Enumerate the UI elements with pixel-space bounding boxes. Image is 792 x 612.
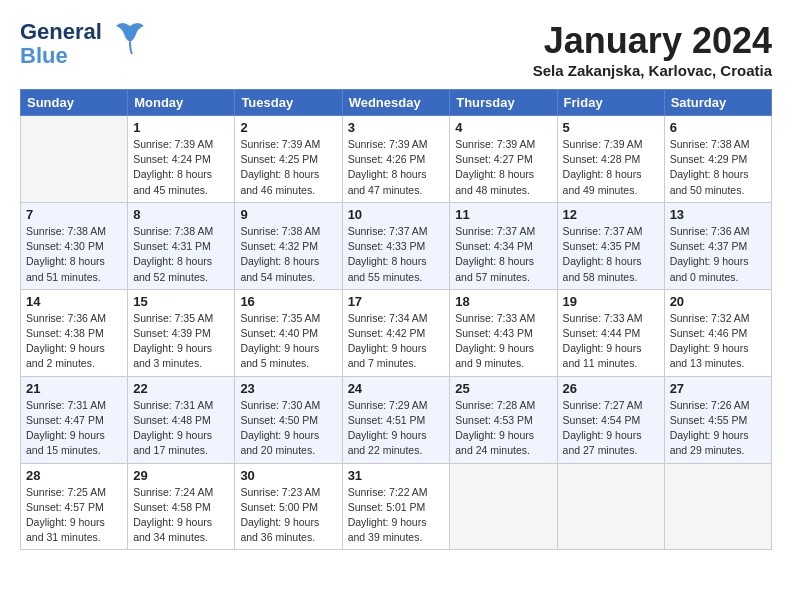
calendar-week-row: 21Sunrise: 7:31 AMSunset: 4:47 PMDayligh…: [21, 376, 772, 463]
calendar-day-cell: 10Sunrise: 7:37 AMSunset: 4:33 PMDayligh…: [342, 202, 450, 289]
calendar-week-row: 1Sunrise: 7:39 AMSunset: 4:24 PMDaylight…: [21, 116, 772, 203]
day-number: 9: [240, 207, 336, 222]
calendar-day-cell: 20Sunrise: 7:32 AMSunset: 4:46 PMDayligh…: [664, 289, 771, 376]
calendar-week-row: 28Sunrise: 7:25 AMSunset: 4:57 PMDayligh…: [21, 463, 772, 550]
weekday-header-friday: Friday: [557, 90, 664, 116]
calendar-day-cell: 2Sunrise: 7:39 AMSunset: 4:25 PMDaylight…: [235, 116, 342, 203]
day-info: Sunrise: 7:33 AMSunset: 4:43 PMDaylight:…: [455, 311, 551, 372]
calendar-day-cell: 30Sunrise: 7:23 AMSunset: 5:00 PMDayligh…: [235, 463, 342, 550]
calendar-day-cell: 8Sunrise: 7:38 AMSunset: 4:31 PMDaylight…: [128, 202, 235, 289]
day-number: 15: [133, 294, 229, 309]
page-header: General Blue January 2024 Sela Zakanjska…: [20, 20, 772, 79]
day-number: 1: [133, 120, 229, 135]
day-number: 11: [455, 207, 551, 222]
calendar-day-cell: [557, 463, 664, 550]
calendar-header-row: SundayMondayTuesdayWednesdayThursdayFrid…: [21, 90, 772, 116]
calendar-day-cell: 18Sunrise: 7:33 AMSunset: 4:43 PMDayligh…: [450, 289, 557, 376]
weekday-header-sunday: Sunday: [21, 90, 128, 116]
day-info: Sunrise: 7:24 AMSunset: 4:58 PMDaylight:…: [133, 485, 229, 546]
day-number: 26: [563, 381, 659, 396]
day-info: Sunrise: 7:38 AMSunset: 4:31 PMDaylight:…: [133, 224, 229, 285]
day-number: 29: [133, 468, 229, 483]
calendar-day-cell: 12Sunrise: 7:37 AMSunset: 4:35 PMDayligh…: [557, 202, 664, 289]
day-number: 10: [348, 207, 445, 222]
calendar-day-cell: 15Sunrise: 7:35 AMSunset: 4:39 PMDayligh…: [128, 289, 235, 376]
calendar-day-cell: 31Sunrise: 7:22 AMSunset: 5:01 PMDayligh…: [342, 463, 450, 550]
calendar-day-cell: 14Sunrise: 7:36 AMSunset: 4:38 PMDayligh…: [21, 289, 128, 376]
calendar-day-cell: 22Sunrise: 7:31 AMSunset: 4:48 PMDayligh…: [128, 376, 235, 463]
day-number: 28: [26, 468, 122, 483]
month-title: January 2024: [533, 20, 772, 62]
day-number: 31: [348, 468, 445, 483]
day-info: Sunrise: 7:33 AMSunset: 4:44 PMDaylight:…: [563, 311, 659, 372]
calendar-day-cell: 27Sunrise: 7:26 AMSunset: 4:55 PMDayligh…: [664, 376, 771, 463]
calendar-day-cell: 5Sunrise: 7:39 AMSunset: 4:28 PMDaylight…: [557, 116, 664, 203]
day-info: Sunrise: 7:39 AMSunset: 4:25 PMDaylight:…: [240, 137, 336, 198]
calendar-week-row: 7Sunrise: 7:38 AMSunset: 4:30 PMDaylight…: [21, 202, 772, 289]
day-info: Sunrise: 7:26 AMSunset: 4:55 PMDaylight:…: [670, 398, 766, 459]
day-info: Sunrise: 7:28 AMSunset: 4:53 PMDaylight:…: [455, 398, 551, 459]
day-info: Sunrise: 7:29 AMSunset: 4:51 PMDaylight:…: [348, 398, 445, 459]
weekday-header-thursday: Thursday: [450, 90, 557, 116]
calendar-day-cell: 28Sunrise: 7:25 AMSunset: 4:57 PMDayligh…: [21, 463, 128, 550]
calendar-body: 1Sunrise: 7:39 AMSunset: 4:24 PMDaylight…: [21, 116, 772, 550]
calendar-day-cell: 23Sunrise: 7:30 AMSunset: 4:50 PMDayligh…: [235, 376, 342, 463]
calendar-day-cell: [21, 116, 128, 203]
day-info: Sunrise: 7:36 AMSunset: 4:38 PMDaylight:…: [26, 311, 122, 372]
calendar-table: SundayMondayTuesdayWednesdayThursdayFrid…: [20, 89, 772, 550]
title-block: January 2024 Sela Zakanjska, Karlovac, C…: [533, 20, 772, 79]
day-number: 13: [670, 207, 766, 222]
day-info: Sunrise: 7:38 AMSunset: 4:32 PMDaylight:…: [240, 224, 336, 285]
calendar-day-cell: [450, 463, 557, 550]
calendar-day-cell: 9Sunrise: 7:38 AMSunset: 4:32 PMDaylight…: [235, 202, 342, 289]
day-number: 21: [26, 381, 122, 396]
calendar-day-cell: 29Sunrise: 7:24 AMSunset: 4:58 PMDayligh…: [128, 463, 235, 550]
day-number: 12: [563, 207, 659, 222]
logo: General Blue: [20, 20, 150, 68]
day-number: 20: [670, 294, 766, 309]
day-number: 2: [240, 120, 336, 135]
calendar-day-cell: 3Sunrise: 7:39 AMSunset: 4:26 PMDaylight…: [342, 116, 450, 203]
calendar-week-row: 14Sunrise: 7:36 AMSunset: 4:38 PMDayligh…: [21, 289, 772, 376]
day-number: 22: [133, 381, 229, 396]
weekday-header-monday: Monday: [128, 90, 235, 116]
day-info: Sunrise: 7:23 AMSunset: 5:00 PMDaylight:…: [240, 485, 336, 546]
calendar-day-cell: 11Sunrise: 7:37 AMSunset: 4:34 PMDayligh…: [450, 202, 557, 289]
day-number: 3: [348, 120, 445, 135]
logo-text-blue: Blue: [20, 44, 102, 68]
day-info: Sunrise: 7:39 AMSunset: 4:28 PMDaylight:…: [563, 137, 659, 198]
day-info: Sunrise: 7:38 AMSunset: 4:30 PMDaylight:…: [26, 224, 122, 285]
calendar-day-cell: 21Sunrise: 7:31 AMSunset: 4:47 PMDayligh…: [21, 376, 128, 463]
weekday-header-tuesday: Tuesday: [235, 90, 342, 116]
day-info: Sunrise: 7:37 AMSunset: 4:33 PMDaylight:…: [348, 224, 445, 285]
day-info: Sunrise: 7:27 AMSunset: 4:54 PMDaylight:…: [563, 398, 659, 459]
day-info: Sunrise: 7:30 AMSunset: 4:50 PMDaylight:…: [240, 398, 336, 459]
calendar-day-cell: 6Sunrise: 7:38 AMSunset: 4:29 PMDaylight…: [664, 116, 771, 203]
day-number: 27: [670, 381, 766, 396]
day-number: 23: [240, 381, 336, 396]
day-number: 17: [348, 294, 445, 309]
day-number: 19: [563, 294, 659, 309]
day-number: 8: [133, 207, 229, 222]
calendar-day-cell: [664, 463, 771, 550]
day-number: 25: [455, 381, 551, 396]
day-number: 30: [240, 468, 336, 483]
day-info: Sunrise: 7:35 AMSunset: 4:40 PMDaylight:…: [240, 311, 336, 372]
day-number: 16: [240, 294, 336, 309]
day-info: Sunrise: 7:39 AMSunset: 4:27 PMDaylight:…: [455, 137, 551, 198]
day-number: 5: [563, 120, 659, 135]
day-number: 18: [455, 294, 551, 309]
day-info: Sunrise: 7:31 AMSunset: 4:47 PMDaylight:…: [26, 398, 122, 459]
calendar-day-cell: 17Sunrise: 7:34 AMSunset: 4:42 PMDayligh…: [342, 289, 450, 376]
day-info: Sunrise: 7:32 AMSunset: 4:46 PMDaylight:…: [670, 311, 766, 372]
logo-bird-icon: [110, 16, 150, 65]
day-info: Sunrise: 7:37 AMSunset: 4:35 PMDaylight:…: [563, 224, 659, 285]
calendar-day-cell: 1Sunrise: 7:39 AMSunset: 4:24 PMDaylight…: [128, 116, 235, 203]
day-info: Sunrise: 7:34 AMSunset: 4:42 PMDaylight:…: [348, 311, 445, 372]
day-number: 4: [455, 120, 551, 135]
calendar-day-cell: 16Sunrise: 7:35 AMSunset: 4:40 PMDayligh…: [235, 289, 342, 376]
day-info: Sunrise: 7:36 AMSunset: 4:37 PMDaylight:…: [670, 224, 766, 285]
weekday-header-saturday: Saturday: [664, 90, 771, 116]
calendar-day-cell: 4Sunrise: 7:39 AMSunset: 4:27 PMDaylight…: [450, 116, 557, 203]
calendar-day-cell: 7Sunrise: 7:38 AMSunset: 4:30 PMDaylight…: [21, 202, 128, 289]
